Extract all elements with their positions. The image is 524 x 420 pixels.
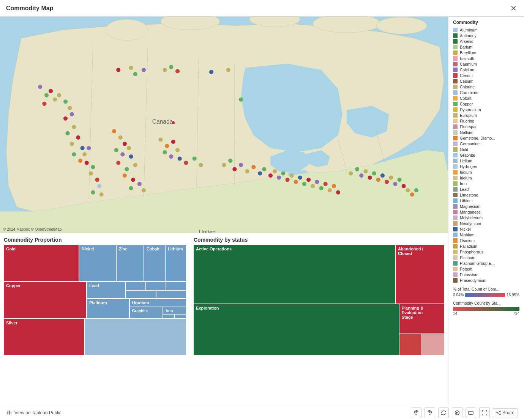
treemap-cell-graphite[interactable]: Graphite [130,307,163,318]
redo-button[interactable] [425,407,435,418]
legend-item-gemstone[interactable]: Gemstone, Diamo... [453,135,519,141]
legend-item-gold[interactable]: Gold [453,147,519,152]
status-cell-exploration[interactable]: Exploration [194,304,399,355]
status-cell-planning[interactable]: Planning &EvaluationStage [399,304,444,333]
legend-item-osmium[interactable]: Osmium [453,238,519,243]
svg-point-29 [82,152,87,156]
legend-item-europium[interactable]: Europium [453,113,519,118]
legend-item-phosphorous[interactable]: Phosphorous [453,249,519,255]
color-scale-max: 16.95% [507,293,519,297]
treemap-cell-sm2[interactable] [146,282,166,289]
treemap-cell-cobalt[interactable]: Cobalt [144,245,165,281]
treemap-cell-silver[interactable]: Silver [4,319,84,355]
legend-item-molybdenum[interactable]: Molybdenum [453,215,519,220]
legend-item-iridium2[interactable]: Iridium [453,175,519,181]
share-button[interactable]: Share [493,408,518,417]
legend-item-chlorine[interactable]: Chlorine [453,84,519,90]
svg-point-115 [172,121,175,124]
svg-point-80 [306,178,311,182]
legend-item-beryllium[interactable]: Beryllium [453,50,519,55]
legend-label-niobium: Niobium [460,233,475,237]
legend-item-helium[interactable]: Helium [453,158,519,164]
commodity-status-section: Commodity by status Active Operations Ab… [190,237,448,401]
treemap-cell-sm1[interactable] [126,282,145,289]
legend-item-chromium[interactable]: Chromium [453,90,519,95]
treemap-cell-tiny1[interactable] [163,315,174,318]
treemap-cell-sm3[interactable] [166,282,186,289]
treemap-cell-platinum[interactable]: Platinum [87,299,129,318]
svg-point-43 [127,146,131,150]
close-button[interactable]: ✕ [509,4,518,13]
legend-item-cesium[interactable]: Cesium [453,79,519,84]
legend-item-cerium[interactable]: Cerium [453,73,519,78]
legend-item-platinum-group[interactable]: Platinum Group E... [453,261,519,266]
legend-item-graphite[interactable]: Graphite [453,153,519,158]
legend-item-palladium[interactable]: Palladium [453,244,519,249]
fullscreen-button[interactable] [479,407,490,418]
svg-point-99 [397,178,401,182]
treemap-cell-zinc[interactable]: Zinc [117,245,144,281]
status-cell-other2[interactable] [422,334,444,355]
legend-item-magnesium[interactable]: Magnesium [453,204,519,209]
treemap-cell-nickel[interactable]: Nickel [79,245,116,281]
legend-item-lithium[interactable]: Lithium [453,198,519,203]
legend-item-germanium[interactable]: Germanium [453,141,519,146]
svg-point-109 [169,65,173,69]
status-cell-other1[interactable] [399,334,421,355]
tableau-public-link[interactable]: View on Tableau Public [6,410,62,416]
map-container[interactable]: Canada United States © 2024 Mapbox © Ope… [0,17,448,233]
legend-item-nickel[interactable]: Nickel [453,227,519,232]
svg-point-105 [129,66,133,70]
legend-item-iron[interactable]: Iron [453,181,519,186]
legend-item-potash[interactable]: Potash [453,266,519,272]
legend-item-hydrogen[interactable]: Hydrogen [453,164,519,169]
tableau-icon [6,410,12,416]
legend-item-antimony[interactable]: Antimony [453,33,519,38]
treemap-cell-gold[interactable]: Gold [4,245,79,281]
legend-item-fluorspar[interactable]: Fluorspar [453,124,519,129]
status-cell-abandoned[interactable]: Abandoned /Closed [396,245,444,304]
legend-item-iridium[interactable]: Iridium [453,170,519,175]
legend-color-antimony [453,33,458,38]
svg-point-5 [376,17,427,34]
svg-point-67 [245,169,249,173]
treemap-cell-uranium[interactable]: Uranium [130,299,186,307]
legend-item-limestone[interactable]: Limestone [453,192,519,198]
legend-item-dysprosium[interactable]: Dysprosium [453,107,519,112]
treemap-cell-tiny2[interactable] [175,315,186,318]
legend-item-manganese[interactable]: Manganese [453,209,519,215]
legend-item-fluorine[interactable]: Fluorine [453,118,519,124]
legend-item-cadmium[interactable]: Cadmium [453,61,519,67]
treemap-cell-iron[interactable]: Iron [163,307,186,314]
legend-item-calcium[interactable]: Calcium [453,67,519,72]
svg-point-33 [89,171,93,175]
legend-item-gallium[interactable]: Gallium [453,130,519,135]
treemap-cell-sm4[interactable] [126,291,155,298]
svg-point-25 [70,142,74,146]
svg-point-58 [175,148,180,152]
legend-item-platinum[interactable]: Platinum [453,255,519,260]
treemap-cell-lithium[interactable]: Lithium [166,245,186,281]
legend-item-lead[interactable]: Lead [453,187,519,192]
svg-point-113 [239,98,243,102]
legend-item-arsenic[interactable]: Arsenic [453,39,519,44]
legend-item-niobium[interactable]: Niobium [453,232,519,238]
undo-button[interactable] [411,407,421,418]
legend-item-barium[interactable]: Barium [453,44,519,50]
treemap-cell-remaining[interactable] [85,319,186,355]
treemap-cell-copper[interactable]: Copper [4,282,86,318]
legend-item-potassium[interactable]: Potassium [453,272,519,277]
legend-item-bismuth[interactable]: Bismuth [453,56,519,61]
svg-point-78 [298,176,302,180]
legend-item-neodymium[interactable]: Neodymium [453,221,519,226]
treemap-cell-sm5[interactable] [156,291,186,298]
legend-item-praseodymium[interactable]: Praseodymium [453,278,519,283]
status-cell-active[interactable]: Active Operations [194,245,395,304]
device-button[interactable] [466,407,476,418]
pause-button[interactable] [452,407,462,418]
legend-item-copper[interactable]: Copper [453,101,519,107]
refresh-button[interactable] [438,407,449,418]
legend-item-cobalt[interactable]: Cobalt [453,96,519,101]
treemap-cell-lead[interactable]: Lead [87,282,125,298]
legend-item-aluminum[interactable]: Aluminum [453,27,519,33]
